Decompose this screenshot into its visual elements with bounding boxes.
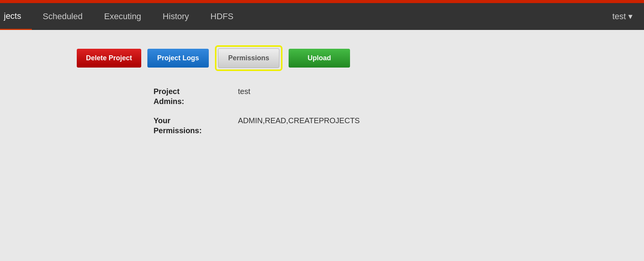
nav-item-history[interactable]: History (152, 3, 200, 30)
nav-item-executing[interactable]: Executing (93, 3, 152, 30)
your-permissions-value: ADMIN,READ,CREATEPROJECTS (238, 116, 644, 135)
nav-projects-label: jects (4, 11, 21, 21)
delete-project-button[interactable]: Delete Project (77, 49, 141, 68)
nav-header: jects Scheduled Executing History HDFS t… (0, 3, 644, 30)
nav-item-hdfs[interactable]: HDFS (200, 3, 244, 30)
permissions-highlight: Permissions (215, 45, 282, 71)
nav-user-menu[interactable]: test ▾ (612, 12, 644, 21)
nav-item-scheduled[interactable]: Scheduled (32, 3, 93, 30)
nav-history-label: History (163, 12, 189, 21)
project-admins-value: test (238, 86, 644, 106)
nav-username: test ▾ (612, 12, 632, 21)
project-info: ProjectAdmins: test YourPermissions: ADM… (154, 86, 644, 135)
nav-item-projects[interactable]: jects (0, 3, 32, 30)
nav-executing-label: Executing (104, 12, 141, 21)
top-red-bar (0, 0, 644, 3)
main-content: Delete Project Project Logs Permissions … (0, 30, 644, 261)
nav-hdfs-label: HDFS (210, 12, 233, 21)
project-admins-label: ProjectAdmins: (154, 86, 230, 106)
permissions-button[interactable]: Permissions (218, 48, 279, 68)
your-permissions-label: YourPermissions: (154, 116, 230, 135)
buttons-row: Delete Project Project Logs Permissions … (77, 45, 644, 71)
nav-scheduled-label: Scheduled (43, 12, 83, 21)
nav-items: jects Scheduled Executing History HDFS (0, 3, 612, 30)
project-logs-button[interactable]: Project Logs (147, 49, 209, 68)
upload-button[interactable]: Upload (289, 49, 350, 68)
